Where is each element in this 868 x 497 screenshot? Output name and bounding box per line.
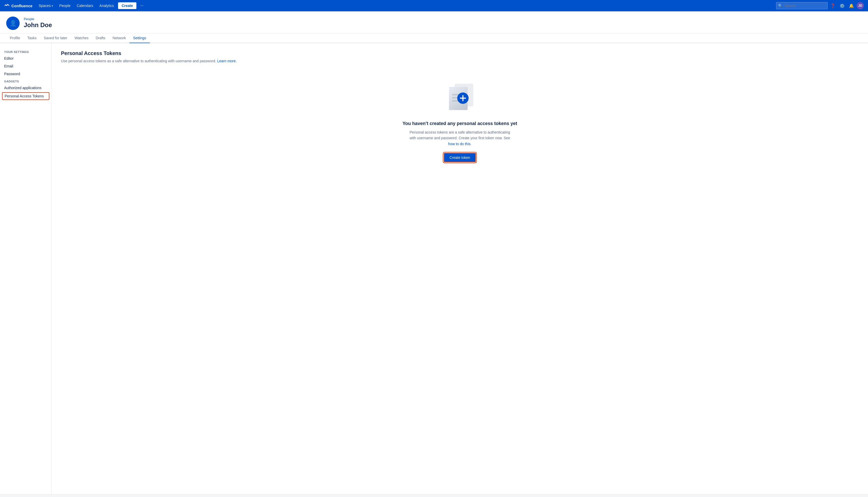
more-options-button[interactable]: ··· bbox=[139, 2, 145, 9]
sidebar-item-authorized-applications[interactable]: Authorized applications bbox=[0, 84, 52, 92]
nav-people[interactable]: People bbox=[57, 3, 73, 9]
user-avatar: 👤 bbox=[6, 16, 20, 30]
search-wrapper: 🔍 bbox=[776, 2, 828, 9]
sidebar-item-email[interactable]: Email bbox=[0, 62, 52, 70]
search-input[interactable] bbox=[776, 2, 828, 9]
user-header: 👤 People John Doe bbox=[0, 11, 868, 33]
learn-more-link[interactable]: Learn more. bbox=[217, 59, 237, 63]
help-button[interactable]: ❓ bbox=[829, 2, 837, 10]
nav-spaces[interactable]: Spaces ▾ bbox=[37, 3, 55, 9]
settings-button[interactable]: ⚙️ bbox=[838, 2, 846, 10]
your-settings-label: YOUR SETTINGS bbox=[0, 48, 52, 55]
tab-profile[interactable]: Profile bbox=[6, 33, 24, 43]
sidebar-item-editor[interactable]: Editor bbox=[0, 55, 52, 62]
notifications-button[interactable]: 🔔 bbox=[847, 2, 856, 10]
empty-title: You haven't created any personal access … bbox=[402, 121, 517, 126]
tab-drafts[interactable]: Drafts bbox=[92, 33, 109, 43]
user-info: People John Doe bbox=[24, 17, 52, 33]
main-content: YOUR SETTINGS Editor Email Password GADG… bbox=[0, 43, 868, 494]
tab-network[interactable]: Network bbox=[109, 33, 129, 43]
app-logo[interactable]: Confluence bbox=[4, 3, 32, 9]
avatar[interactable]: JD bbox=[857, 2, 864, 9]
tab-saved-for-later[interactable]: Saved for later bbox=[40, 33, 71, 43]
tab-tasks[interactable]: Tasks bbox=[24, 33, 40, 43]
create-token-button[interactable]: Create token bbox=[444, 153, 476, 162]
empty-illustration bbox=[442, 79, 478, 115]
nav-right-section: 🔍 ❓ ⚙️ 🔔 JD bbox=[776, 2, 864, 10]
chevron-down-icon: ▾ bbox=[52, 4, 53, 7]
gadgets-label: GADGETS bbox=[0, 78, 52, 84]
footer: EVALUATION LICENSE Are you enjoying Conf… bbox=[0, 494, 868, 497]
empty-description: Personal access tokens are a safe altern… bbox=[408, 129, 512, 147]
top-navigation: Confluence Spaces ▾ People Calendars Ana… bbox=[0, 0, 868, 11]
tabs-bar: Profile Tasks Saved for later Watches Dr… bbox=[0, 33, 868, 43]
sidebar: YOUR SETTINGS Editor Email Password GADG… bbox=[0, 43, 52, 494]
nav-analytics[interactable]: Analytics bbox=[97, 3, 116, 9]
sidebar-item-password[interactable]: Password bbox=[0, 70, 52, 78]
page-title: Personal Access Tokens bbox=[61, 51, 859, 56]
app-name: Confluence bbox=[11, 4, 32, 8]
user-icon: 👤 bbox=[10, 20, 16, 27]
nav-calendars[interactable]: Calendars bbox=[75, 3, 95, 9]
breadcrumb[interactable]: People bbox=[24, 17, 52, 21]
tab-watches[interactable]: Watches bbox=[71, 33, 92, 43]
how-to-do-this-link[interactable]: how to do this bbox=[448, 142, 470, 146]
page-main: Personal Access Tokens Use personal acce… bbox=[52, 43, 868, 494]
tab-settings[interactable]: Settings bbox=[129, 33, 150, 43]
empty-state: You haven't created any personal access … bbox=[61, 73, 859, 167]
user-name: John Doe bbox=[24, 22, 52, 29]
create-button[interactable]: Create bbox=[118, 2, 137, 9]
page-description: Use personal access tokens as a safe alt… bbox=[61, 59, 859, 63]
sidebar-item-personal-access-tokens[interactable]: Personal Access Tokens bbox=[2, 92, 49, 100]
